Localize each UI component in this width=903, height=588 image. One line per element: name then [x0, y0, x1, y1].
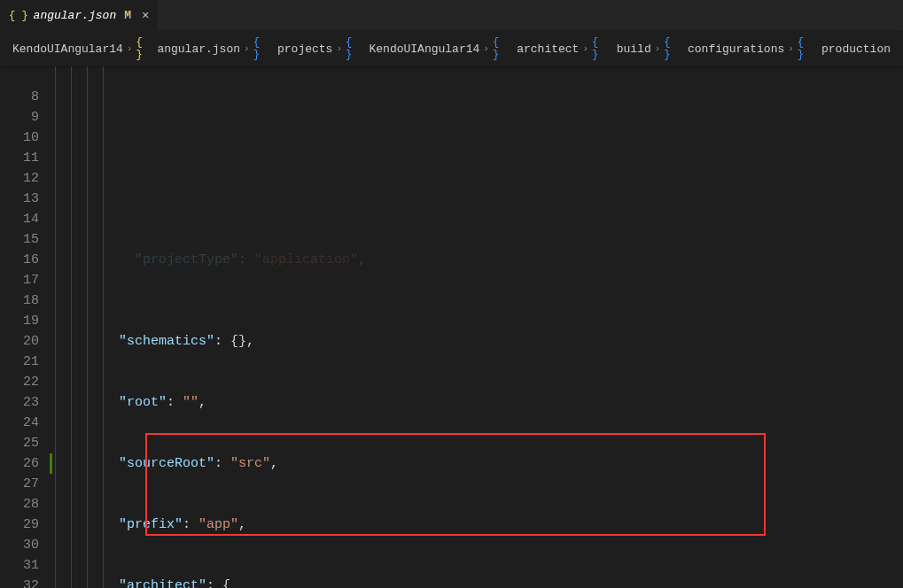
code-line: "architect": { [55, 576, 903, 588]
code-line: "schematics": {}, [55, 331, 903, 352]
line-number: 30 [0, 535, 39, 555]
git-modified-badge: M [124, 9, 131, 22]
line-number: 18 [0, 290, 39, 311]
object-icon: { } [346, 36, 362, 61]
chevron-right-icon: › [655, 43, 661, 54]
chevron-right-icon: › [336, 43, 342, 54]
line-number: 21 [0, 352, 39, 372]
line-number: 28 [0, 494, 39, 514]
line-number: 15 [0, 229, 39, 250]
line-number: 25 [0, 433, 39, 453]
code-line: "projectType": "application", [55, 250, 903, 270]
line-number-gutter: 8 9 10 11 12 13 14 15 16 17 18 19 20 21 … [0, 66, 55, 588]
line-number: 11 [0, 148, 39, 168]
vertical-scrollbar[interactable] [891, 58, 903, 588]
json-file-icon: { } [9, 10, 28, 22]
line-number: 10 [0, 128, 39, 148]
breadcrumb-item[interactable]: { }KendoUIAngular14 [346, 36, 479, 61]
chevron-right-icon: › [483, 43, 489, 54]
line-number: 24 [0, 413, 39, 433]
object-icon: { } [664, 36, 681, 61]
line-number: 20 [0, 331, 39, 352]
chevron-right-icon: › [788, 43, 794, 54]
chevron-right-icon: › [244, 43, 250, 54]
line-number: 26 [0, 453, 39, 474]
breadcrumb-item[interactable]: { }angular.json [136, 36, 240, 61]
breadcrumb-bar: KendoUIAngular14 › { }angular.json › { }… [0, 31, 903, 66]
tab-filename: angular.json [34, 9, 117, 22]
chevron-right-icon: › [127, 43, 133, 54]
line-number: 14 [0, 209, 39, 229]
line-number: 16 [0, 250, 39, 270]
line-number: 19 [0, 311, 39, 331]
json-icon: { } [136, 36, 153, 61]
breadcrumb-item[interactable]: { }configurations [664, 36, 784, 61]
line-number: 23 [0, 392, 39, 413]
breadcrumb-item[interactable]: { }build [592, 36, 651, 61]
editor-tab[interactable]: { } angular.json M × [0, 0, 159, 31]
object-icon: { } [253, 36, 271, 61]
tab-bar: { } angular.json M × [0, 0, 903, 31]
object-icon: { } [592, 36, 611, 61]
code-line: "prefix": "app", [55, 514, 903, 535]
breadcrumb-item[interactable]: { }production [798, 36, 891, 61]
breadcrumb-item[interactable]: { }projects [253, 36, 333, 61]
chevron-right-icon: › [582, 43, 588, 54]
code-line: "sourceRoot": "src", [55, 453, 903, 474]
code-editor[interactable]: 8 9 10 11 12 13 14 15 16 17 18 19 20 21 … [0, 66, 903, 588]
line-number: 13 [0, 189, 39, 209]
line-number: 27 [0, 474, 39, 494]
code-line: "root": "", [55, 392, 903, 413]
line-number [0, 66, 39, 87]
breadcrumb-item[interactable]: KendoUIAngular14 [12, 43, 123, 56]
line-number: 32 [0, 576, 39, 588]
object-icon: { } [493, 36, 510, 61]
close-tab-icon[interactable]: × [142, 10, 149, 22]
code-content[interactable]: "projectType": "application", "schematic… [55, 66, 903, 588]
git-change-indicator [50, 453, 52, 474]
line-number: 17 [0, 270, 39, 290]
line-number: 12 [0, 168, 39, 189]
line-number: 29 [0, 514, 39, 535]
line-number: 8 [0, 87, 39, 107]
object-icon: { } [798, 36, 815, 61]
line-number: 22 [0, 372, 39, 392]
line-number: 9 [0, 107, 39, 128]
breadcrumb-item[interactable]: { }architect [493, 36, 579, 61]
line-number: 31 [0, 555, 39, 576]
